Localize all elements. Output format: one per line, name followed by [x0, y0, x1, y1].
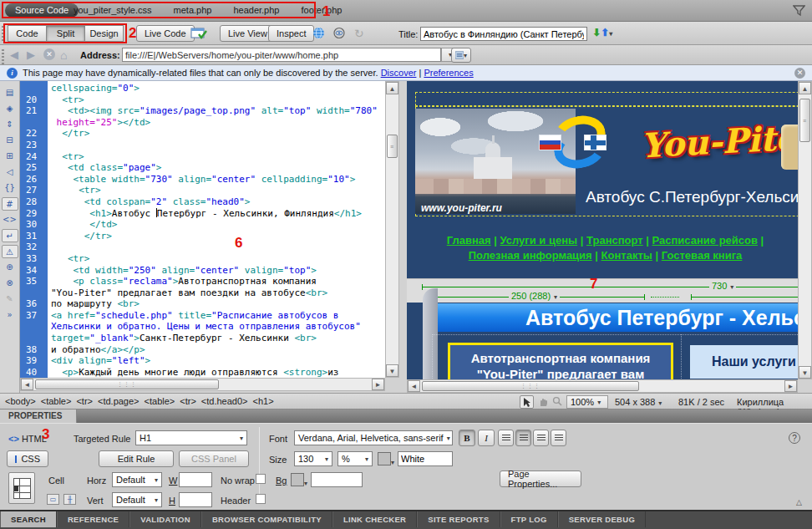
- file-management-icon[interactable]: ⬇⬆▾: [592, 27, 612, 38]
- preview-globe-icon[interactable]: [312, 27, 325, 39]
- code-navigator-icon[interactable]: ◈: [2, 102, 18, 115]
- collapse-full-tag-icon[interactable]: ⇕: [2, 118, 18, 131]
- align-center-icon[interactable]: [515, 430, 531, 446]
- close-icon[interactable]: ✕: [794, 68, 805, 79]
- code-line[interactable]: cellspacing="0">: [20, 83, 385, 94]
- toolbar-grip[interactable]: [2, 26, 4, 41]
- preferences-link[interactable]: Preferences: [424, 68, 473, 78]
- discover-link[interactable]: Discover: [381, 68, 417, 78]
- check-browser-compatibility-icon[interactable]: [190, 27, 209, 40]
- services-heading-box[interactable]: Наши услуги: [690, 345, 798, 379]
- code-line[interactable]: 20 <tr>: [20, 94, 385, 106]
- address-input[interactable]: [122, 48, 441, 62]
- scroll-left-icon[interactable]: ◄: [21, 379, 33, 390]
- forward-icon[interactable]: ▶: [27, 48, 35, 61]
- tag-selector-item[interactable]: <table>: [41, 396, 72, 406]
- split-cell-icon[interactable]: ╫: [63, 494, 76, 505]
- design-nav-link[interactable]: Транспорт: [586, 234, 643, 247]
- select-parent-tag-icon[interactable]: ◁: [2, 165, 18, 179]
- code-line[interactable]: 27 <tr>: [20, 185, 385, 196]
- open-documents-icon[interactable]: ▤: [2, 86, 18, 99]
- help-icon[interactable]: ?: [789, 432, 800, 444]
- align-right-icon[interactable]: [533, 430, 549, 446]
- scrollbar-thumb[interactable]: ≡: [387, 135, 398, 158]
- code-line[interactable]: 38и обратно</a></p>: [20, 344, 385, 356]
- scroll-down-icon[interactable]: ▼: [799, 366, 811, 379]
- address-bar-grip[interactable]: [2, 49, 4, 64]
- html-mode-button[interactable]: <> HTML: [8, 434, 47, 444]
- zoom-tool-icon[interactable]: [550, 395, 564, 409]
- size-dropdown[interactable]: 130: [294, 451, 332, 466]
- view-button-split[interactable]: Split: [46, 25, 85, 42]
- tag-selector-item[interactable]: <td.page>: [98, 396, 140, 406]
- window-size-dropdown[interactable]: 504 x 388: [615, 397, 662, 407]
- code-line[interactable]: 28 <td colspan="2" class="head0">: [20, 196, 385, 208]
- bg-color-swatch[interactable]: [291, 473, 304, 486]
- align-justify-icon[interactable]: [551, 430, 566, 446]
- collapse-chevrons-icon[interactable]: »: [2, 308, 18, 322]
- bold-button[interactable]: B: [459, 430, 475, 446]
- balance-braces-icon[interactable]: {}: [2, 181, 18, 195]
- banner-tagline[interactable]: Автобус С.Петербург-Хельсинки: [586, 188, 798, 206]
- tag-selector-item[interactable]: <td.head0>: [201, 396, 248, 406]
- tag-selector-item[interactable]: <tr>: [76, 396, 93, 406]
- results-tab-reference[interactable]: REFERENCE: [57, 511, 129, 527]
- design-view[interactable]: www.you-piter.ru You-Piter Автобус С.Пет…: [407, 81, 798, 379]
- code-line[interactable]: 34 <td width="250" align="center" valign…: [20, 265, 385, 277]
- results-tab-browser-compatibility[interactable]: BROWSER COMPATIBILITY: [201, 511, 332, 527]
- size-unit-dropdown[interactable]: %: [337, 451, 373, 466]
- design-nav-link[interactable]: Гостевая книга: [662, 249, 743, 262]
- code-line[interactable]: 35 <p class="reclama">Автотранспортная к…: [20, 276, 385, 287]
- design-nav-link[interactable]: Полезная информация: [469, 249, 592, 262]
- view-button-code[interactable]: Code: [8, 25, 47, 42]
- code-line[interactable]: height="25"></td>: [20, 117, 385, 129]
- hand-tool-icon[interactable]: [535, 395, 550, 409]
- tag-selector-item[interactable]: <tr>: [180, 396, 196, 406]
- results-tab-search[interactable]: SEARCH: [0, 511, 57, 527]
- code-line[interactable]: 37<a href="schedule.php" title="Расписан…: [20, 310, 385, 322]
- related-file-tab[interactable]: header.php: [233, 0, 279, 21]
- design-nav-link[interactable]: Контакты: [601, 249, 652, 262]
- view-button-design[interactable]: Design: [84, 25, 124, 42]
- select-tool-icon[interactable]: [520, 395, 534, 409]
- header-checkbox[interactable]: [256, 494, 266, 504]
- code-line[interactable]: 26 <table width="730" align="center" cel…: [20, 174, 385, 186]
- color-dropdown-arrow-icon[interactable]: ▾: [391, 459, 394, 466]
- tag-selector-item[interactable]: <table>: [145, 396, 175, 406]
- stop-icon[interactable]: ✕: [43, 48, 55, 60]
- column-width-menu[interactable]: 250 (288): [509, 291, 560, 301]
- tag-selector-item[interactable]: <body>: [5, 396, 36, 406]
- code-line[interactable]: 22 </tr>: [20, 128, 385, 140]
- text-color-field[interactable]: [398, 451, 453, 466]
- design-nav-link[interactable]: Расписание рейсов: [652, 234, 758, 247]
- scroll-right-icon[interactable]: ►: [784, 380, 797, 392]
- css-mode-button[interactable]: CSS: [7, 450, 48, 467]
- scrollbar-thumb[interactable]: ⋮⋮⋮: [35, 379, 219, 389]
- code-line[interactable]: Хельсинки и обратно. Цены и места отправ…: [20, 321, 385, 333]
- tag-selector-item[interactable]: <h1>: [253, 396, 274, 406]
- scroll-up-icon[interactable]: ▲: [799, 82, 811, 94]
- align-left-icon[interactable]: [498, 430, 514, 446]
- scroll-down-icon[interactable]: ▼: [386, 364, 398, 377]
- design-vertical-scrollbar[interactable]: ▲ ≡ ▼: [798, 81, 812, 379]
- properties-tab[interactable]: PROPERTIES: [0, 409, 77, 423]
- results-tab-site-reports[interactable]: SITE REPORTS: [417, 511, 500, 527]
- line-numbers-icon[interactable]: #: [2, 197, 18, 211]
- vert-dropdown[interactable]: Default: [112, 492, 162, 507]
- scrollbar-thumb[interactable]: ⋮⋮⋮: [422, 381, 639, 391]
- results-tab-server-debug[interactable]: SERVER DEBUG: [558, 511, 646, 527]
- view-options-icon[interactable]: ▾: [451, 48, 471, 63]
- syntax-error-alerts-icon[interactable]: ⚠: [2, 245, 18, 258]
- italic-button[interactable]: I: [478, 430, 495, 446]
- design-horizontal-scrollbar[interactable]: ◄ ⋮⋮⋮ ►: [407, 379, 798, 393]
- code-vertical-scrollbar[interactable]: ▲ ≡ ▼: [385, 81, 399, 378]
- related-file-tab[interactable]: meta.php: [174, 0, 212, 21]
- scrollbar-thumb[interactable]: ≡: [799, 99, 810, 142]
- code-horizontal-scrollbar[interactable]: ◄ ⋮⋮⋮ ►: [20, 378, 385, 391]
- font-dropdown[interactable]: Verdana, Arial, Helvetica, sans-serif: [294, 430, 453, 445]
- bg-dropdown-arrow-icon[interactable]: ▾: [304, 480, 307, 487]
- code-line[interactable]: 36по маршруту <br>: [20, 298, 385, 310]
- scroll-left-icon[interactable]: ◄: [408, 380, 420, 392]
- merge-cells-icon[interactable]: ▭: [47, 494, 59, 505]
- highlight-invalid-code-icon[interactable]: <>: [2, 213, 18, 226]
